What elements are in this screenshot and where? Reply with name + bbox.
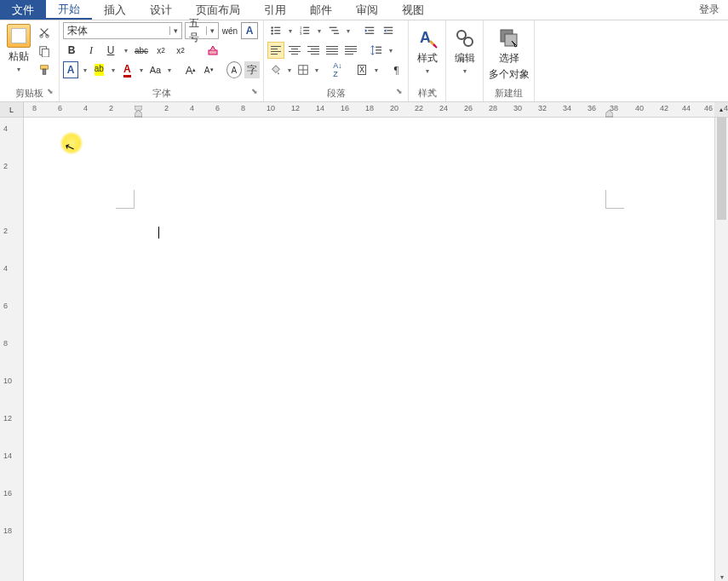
ruler-number: 4 xyxy=(83,104,88,112)
copy-icon[interactable] xyxy=(37,44,51,58)
ruler-number: 6 xyxy=(58,104,62,112)
tab-selector[interactable]: L xyxy=(0,102,24,117)
font-name-combo[interactable]: 宋体▾ xyxy=(63,22,182,39)
dialog-launcher-icon[interactable]: ⬊ xyxy=(47,87,54,95)
cut-icon[interactable] xyxy=(37,26,51,39)
editing-label: 编辑 xyxy=(455,51,475,66)
superscript-button[interactable]: x2 xyxy=(172,42,189,59)
styles-button[interactable]: A 样式 ▾ xyxy=(416,22,439,75)
font-size-combo[interactable]: 五号▾ xyxy=(185,22,219,39)
vertical-ruler[interactable]: 4224681012141618 xyxy=(0,118,24,581)
sort-button[interactable]: A↓Z xyxy=(330,61,346,78)
tab-design[interactable]: 设计 xyxy=(138,0,184,20)
ruler-number: 4 xyxy=(190,104,194,112)
paste-button[interactable]: 粘贴 ▾ xyxy=(3,24,34,77)
chevron-down-icon[interactable]: ▾ xyxy=(286,27,295,35)
ruler-number: 10 xyxy=(3,377,12,385)
hanging-indent-marker[interactable] xyxy=(135,110,142,118)
format-painter-icon[interactable] xyxy=(37,63,51,77)
align-justify-button[interactable] xyxy=(324,42,341,59)
tab-home[interactable]: 开始 xyxy=(46,0,92,20)
chevron-down-icon[interactable]: ▾ xyxy=(372,66,381,74)
borders-button[interactable] xyxy=(295,61,312,78)
svg-rect-25 xyxy=(384,27,393,28)
numbering-button[interactable]: 123 xyxy=(296,22,313,39)
multilevel-list-button[interactable] xyxy=(325,22,342,39)
chevron-down-icon[interactable]: ▾ xyxy=(315,27,324,35)
dialog-launcher-icon[interactable]: ⬊ xyxy=(251,87,258,95)
select-multiple-button[interactable]: 选择 多个对象 xyxy=(489,22,530,82)
tab-mailings[interactable]: 邮件 xyxy=(298,0,344,20)
italic-button[interactable]: I xyxy=(83,42,100,59)
align-right-button[interactable] xyxy=(305,42,322,59)
bold-button[interactable]: B xyxy=(63,42,80,59)
character-border-button[interactable]: A xyxy=(241,22,258,39)
tab-review[interactable]: 审阅 xyxy=(344,0,390,20)
phonetic-guide-button[interactable]: wén xyxy=(221,22,238,39)
dialog-launcher-icon[interactable]: ⬊ xyxy=(396,87,403,95)
svg-rect-27 xyxy=(384,33,393,34)
scroll-down-arrow[interactable]: ▾ xyxy=(715,573,728,581)
login-link[interactable]: 登录 xyxy=(691,0,728,20)
ruler-number: 30 xyxy=(513,104,522,112)
shading-button[interactable] xyxy=(267,61,284,78)
ruler-number: 18 xyxy=(365,104,374,112)
underline-button[interactable]: U xyxy=(102,42,119,59)
vertical-scrollbar[interactable]: ▴ ▾ xyxy=(714,118,728,581)
ruler-number: 12 xyxy=(3,414,12,423)
chevron-down-icon[interactable]: ▾ xyxy=(81,66,89,74)
chevron-down-icon[interactable]: ▾ xyxy=(122,47,130,55)
document-area[interactable]: ↖ xyxy=(24,118,714,581)
find-icon xyxy=(454,27,476,49)
grow-font-button[interactable]: A▴ xyxy=(183,61,198,78)
chevron-down-icon[interactable]: ▾ xyxy=(387,47,395,55)
decrease-indent-button[interactable] xyxy=(361,22,378,39)
align-distribute-button[interactable] xyxy=(342,42,359,59)
svg-text:A: A xyxy=(420,29,431,46)
svg-rect-19 xyxy=(330,27,337,28)
chevron-down-icon[interactable]: ▾ xyxy=(137,66,145,74)
shrink-font-button[interactable]: A▾ xyxy=(201,61,216,78)
editing-button[interactable]: 编辑 ▾ xyxy=(454,22,476,75)
character-shading-button[interactable]: 字 xyxy=(244,61,260,78)
tab-references[interactable]: 引用 xyxy=(252,0,298,20)
bullets-button[interactable] xyxy=(267,22,284,39)
subscript-button[interactable]: x2 xyxy=(152,42,169,59)
tab-insert[interactable]: 插入 xyxy=(92,0,138,20)
text-effects-button[interactable]: A xyxy=(63,61,78,78)
increase-indent-button[interactable] xyxy=(380,22,397,39)
highlight-button[interactable]: ab xyxy=(91,61,106,78)
ruler-number: 34 xyxy=(563,104,571,112)
svg-rect-6 xyxy=(209,50,217,55)
align-center-button[interactable] xyxy=(286,42,303,59)
tab-file[interactable]: 文件 xyxy=(0,0,46,20)
font-color-button[interactable]: A xyxy=(119,61,135,78)
change-case-button[interactable]: Aa xyxy=(147,61,163,78)
enclose-character-button[interactable]: A xyxy=(226,61,242,78)
horizontal-ruler[interactable]: L 86422468101214161820222426283032343638… xyxy=(0,102,728,118)
svg-rect-16 xyxy=(303,30,309,31)
ruler-number: 32 xyxy=(538,104,547,112)
scrollbar-thumb[interactable] xyxy=(717,118,726,220)
ruler-number: 4 xyxy=(3,124,8,133)
line-spacing-button[interactable] xyxy=(368,42,385,59)
ruler-number: 24 xyxy=(439,104,448,112)
show-marks-button[interactable]: ¶ xyxy=(388,61,404,78)
chevron-down-icon[interactable]: ▾ xyxy=(166,66,174,74)
dialog-launcher-icon[interactable]: ⬊ xyxy=(428,87,435,95)
group-new: 选择 多个对象 新建组 xyxy=(484,20,535,101)
text-caret xyxy=(158,227,159,239)
strikethrough-button[interactable]: abc xyxy=(133,42,150,59)
group-label-font: 字体⬊ xyxy=(63,85,260,101)
tab-view[interactable]: 视图 xyxy=(390,0,436,20)
chevron-down-icon[interactable]: ▾ xyxy=(285,66,294,74)
chevron-down-icon[interactable]: ▾ xyxy=(313,66,322,74)
chevron-down-icon[interactable]: ▾ xyxy=(344,27,353,35)
group-label-editing xyxy=(463,88,466,101)
ruler-number: 12 xyxy=(291,104,300,112)
clear-formatting-button[interactable] xyxy=(204,42,221,59)
align-left-button[interactable] xyxy=(267,42,284,59)
chevron-down-icon[interactable]: ▾ xyxy=(109,66,117,74)
styles-label: 样式 xyxy=(417,51,438,66)
asian-layout-button[interactable]: X̂ xyxy=(354,61,370,78)
